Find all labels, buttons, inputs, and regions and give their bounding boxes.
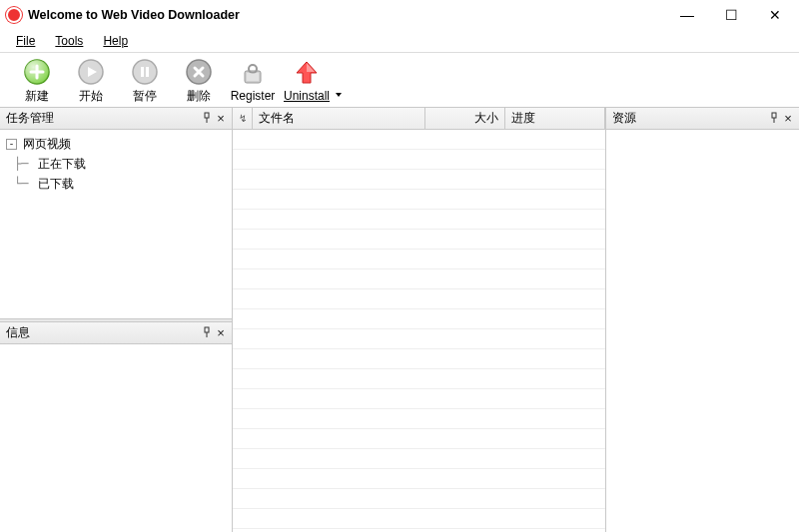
app-icon	[6, 7, 22, 23]
new-button-label: 新建	[25, 88, 49, 105]
svg-rect-4	[141, 67, 144, 77]
tasks-pin-icon[interactable]	[200, 112, 214, 126]
tree-item-downloaded[interactable]: └─ 已下载	[6, 174, 226, 194]
delete-button-label: 删除	[187, 88, 211, 105]
main-panes: 任务管理 × - 网页视频 ├─ 正在下载 └─ 已下载	[0, 107, 799, 532]
uninstall-button[interactable]: Uninstall	[280, 55, 334, 107]
tree-item-downloading[interactable]: ├─ 正在下载	[6, 154, 226, 174]
resources-pane-title: 资源	[612, 110, 767, 127]
tree-downloaded-label: 已下载	[38, 174, 74, 194]
resources-pin-icon[interactable]	[767, 112, 781, 126]
resources-pane-header: 资源 ×	[606, 108, 799, 130]
tree-connector-icon: └─	[14, 174, 36, 194]
resources-close-icon[interactable]: ×	[781, 111, 795, 126]
svg-rect-5	[146, 67, 149, 77]
info-pane-title: 信息	[6, 324, 200, 341]
register-button-label: Register	[231, 89, 276, 103]
tree-root-label: 网页视频	[23, 134, 71, 154]
start-button[interactable]: 开始	[64, 55, 118, 107]
menu-file[interactable]: File	[8, 32, 43, 50]
tasks-pane-title: 任务管理	[6, 110, 200, 127]
svg-rect-10	[205, 113, 209, 118]
pause-button-label: 暂停	[133, 88, 157, 105]
svg-rect-14	[772, 113, 776, 118]
info-close-icon[interactable]: ×	[214, 325, 228, 340]
plus-circle-icon	[23, 58, 51, 86]
column-header-filename[interactable]: 文件名	[253, 108, 425, 129]
resources-pane-body	[606, 130, 799, 532]
file-list-body	[233, 130, 605, 532]
maximize-button[interactable]: ☐	[709, 1, 753, 29]
menu-bar: File Tools Help	[0, 30, 799, 52]
lock-icon	[239, 59, 267, 87]
x-circle-icon	[185, 58, 213, 86]
file-list-grid	[233, 130, 605, 532]
register-button[interactable]: Register	[226, 55, 280, 107]
pause-circle-icon	[131, 58, 159, 86]
tree-root-web-video[interactable]: - 网页视频	[6, 134, 226, 154]
task-tree: - 网页视频 ├─ 正在下载 └─ 已下载	[0, 130, 232, 198]
close-button[interactable]: ✕	[753, 1, 797, 29]
minimize-button[interactable]: —	[665, 1, 709, 29]
play-circle-icon	[77, 58, 105, 86]
delete-button[interactable]: 删除	[172, 55, 226, 107]
column-header-size[interactable]: 大小	[425, 108, 505, 129]
svg-point-3	[133, 60, 157, 84]
toolbar-dropdown-button[interactable]	[334, 55, 344, 107]
tree-connector-icon: ├─	[14, 154, 36, 174]
window-title: Welcome to Web Video Downloader	[28, 8, 240, 22]
info-pane-header: 信息 ×	[0, 322, 232, 344]
new-button[interactable]: 新建	[10, 55, 64, 107]
uninstall-button-label: Uninstall	[284, 89, 330, 103]
menu-help[interactable]: Help	[95, 32, 136, 50]
tree-downloading-label: 正在下载	[38, 154, 86, 174]
info-pane-body	[0, 344, 232, 532]
tasks-close-icon[interactable]: ×	[214, 111, 228, 126]
tasks-pane-body: - 网页视频 ├─ 正在下载 └─ 已下载	[0, 130, 232, 318]
tree-collapse-icon[interactable]: -	[6, 139, 17, 150]
info-pin-icon[interactable]	[200, 326, 214, 340]
svg-rect-9	[247, 73, 259, 81]
menu-tools[interactable]: Tools	[47, 32, 91, 50]
center-column: ↯ 文件名 大小 进度	[233, 108, 606, 532]
arrow-up-icon	[293, 59, 321, 87]
right-column: 资源 ×	[606, 108, 799, 532]
file-list-header: ↯ 文件名 大小 进度	[233, 108, 605, 130]
title-bar: Welcome to Web Video Downloader — ☐ ✕	[0, 0, 799, 30]
left-column: 任务管理 × - 网页视频 ├─ 正在下载 └─ 已下载	[0, 108, 233, 532]
info-pane: 信息 ×	[0, 322, 232, 532]
columns-handle-icon[interactable]: ↯	[233, 108, 253, 129]
toolbar: 新建 开始 暂停 删除 Register	[0, 53, 799, 107]
column-header-progress[interactable]: 进度	[505, 108, 605, 129]
svg-rect-12	[205, 327, 209, 332]
pause-button[interactable]: 暂停	[118, 55, 172, 107]
start-button-label: 开始	[79, 88, 103, 105]
tasks-pane-header: 任务管理 ×	[0, 108, 232, 130]
chevron-down-icon	[336, 93, 342, 97]
